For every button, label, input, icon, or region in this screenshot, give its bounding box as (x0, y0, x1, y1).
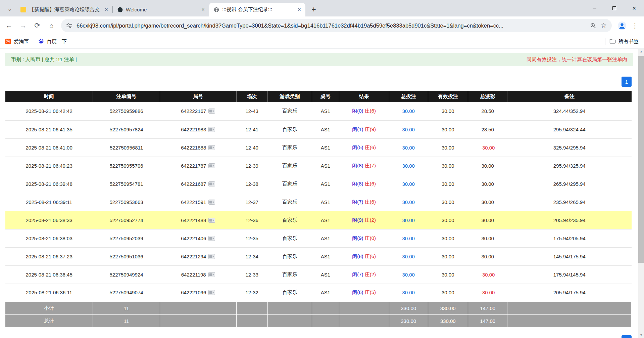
total-bet-link[interactable]: 30.00 (402, 145, 415, 151)
pagination-button-bottom[interactable]: 1 (622, 335, 632, 338)
result-player: 闲(7) (352, 199, 363, 205)
cell-result: 闲(7) 庄(6) (339, 193, 389, 211)
cell-payout: 28.50 (468, 120, 507, 138)
cell-remark: 235.94/265.94 (507, 193, 632, 211)
total-bet-link[interactable]: 30.00 (402, 236, 415, 241)
close-window-button[interactable]: ✕ (624, 0, 644, 16)
bet-record-row: 2025-08-21 06:39:11522750953663642221591… (5, 193, 632, 211)
video-replay-icon[interactable] (208, 254, 215, 259)
result-banker: 庄(7) (365, 163, 376, 168)
vertical-scrollbar[interactable]: ▲ ▼ (638, 49, 644, 338)
result-player: 闲(5) (352, 144, 363, 150)
maximize-button[interactable] (604, 0, 624, 16)
cell-payout: 30.00 (468, 193, 507, 211)
cell-result: 闲(7) 庄(2) (339, 265, 389, 284)
video-replay-icon[interactable] (208, 163, 215, 168)
video-replay-icon[interactable] (208, 200, 215, 205)
bookmark-taobao[interactable]: 淘 爱淘宝 (5, 38, 29, 45)
refresh-button[interactable]: ⟳ (31, 19, 44, 32)
column-header: 总派彩 (468, 91, 507, 102)
separator (605, 38, 605, 45)
menu-icon[interactable]: ⋮ (630, 19, 640, 32)
cell-time: 2025-08-21 06:39:11 (5, 193, 93, 211)
tab-close-icon[interactable]: ✕ (200, 6, 206, 13)
video-replay-icon[interactable] (208, 290, 215, 295)
total-bet-link[interactable]: 30.00 (402, 163, 415, 169)
result-banker: 庄(6) (365, 144, 376, 150)
bookmark-star-icon[interactable]: ☆ (600, 22, 607, 30)
bookmark-baidu[interactable]: 百度一下 (38, 38, 67, 45)
all-bookmarks-label: 所有书签 (618, 38, 639, 45)
pagination-button-1[interactable]: 1 (622, 77, 632, 87)
total-bet-link[interactable]: 30.00 (402, 181, 415, 187)
cell-remark: 205.94/235.94 (507, 211, 632, 229)
total-bet-link[interactable]: 30.00 (402, 199, 415, 205)
zoom-icon[interactable] (590, 23, 596, 29)
total-bet-link[interactable]: 30.00 (402, 108, 415, 114)
total-bet-link[interactable]: 30.00 (402, 254, 415, 259)
tab-close-icon[interactable]: ✕ (103, 6, 110, 13)
tab-forum[interactable]: 【新提醒】海燕策略论坛综合交 ✕ (16, 3, 112, 16)
cell-payout: -30.00 (468, 284, 507, 302)
close-icon: ✕ (632, 6, 636, 11)
column-header: 游戏类别 (267, 91, 312, 102)
site-settings-icon[interactable] (66, 23, 72, 29)
bet-record-row: 2025-08-21 06:38:03522750952039642221406… (5, 229, 632, 247)
cell-valid-bet: 30.00 (428, 102, 468, 120)
summary-row: 总计11330.00330.00147.00 (5, 314, 632, 327)
scroll-up-arrow-icon[interactable]: ▲ (638, 49, 644, 54)
tab-bet-records[interactable]: :::视讯 会员下注纪录::: ✕ (209, 3, 305, 16)
total-bet-link[interactable]: 30.00 (402, 272, 415, 278)
video-replay-icon[interactable] (208, 109, 215, 114)
cell-result: 闲(5) 庄(6) (339, 138, 389, 157)
result-banker: 庄(6) (365, 108, 376, 114)
total-bet-link[interactable]: 30.00 (402, 217, 415, 223)
cell-remark: 295.94/325.94 (507, 157, 632, 175)
total-bet-link[interactable]: 30.00 (402, 127, 415, 132)
result-player: 闲(8) (352, 253, 363, 259)
result-banker: 庄(2) (365, 271, 376, 277)
cell-time: 2025-08-21 06:37:23 (5, 247, 93, 265)
round-number: 642221591 (181, 199, 206, 205)
summary-label: 总计 (5, 314, 93, 327)
scroll-down-arrow-icon[interactable]: ▼ (638, 332, 644, 338)
address-bar[interactable]: 66cxkj98.com/ipl/portal.php/game/betreco… (61, 19, 612, 32)
url-text[interactable]: 66cxkj98.com/ipl/portal.php/game/betreco… (77, 23, 586, 29)
cell-total-bet: 30.00 (389, 247, 428, 265)
maximize-icon (612, 6, 616, 10)
all-bookmarks-button[interactable]: 所有书签 (609, 38, 639, 45)
column-header: 结果 (339, 91, 389, 102)
cell-bet-id: 522750956811 (93, 138, 160, 157)
minimize-button[interactable] (585, 0, 604, 16)
cell-remark: 325.94/295.94 (507, 138, 632, 157)
video-replay-icon[interactable] (208, 181, 215, 186)
cell-remark: 324.44/352.94 (507, 102, 632, 120)
round-number: 642221406 (181, 236, 206, 241)
cell-valid-bet: 30.00 (428, 211, 468, 229)
video-replay-icon[interactable] (208, 145, 215, 150)
payout-value: 30.00 (481, 181, 494, 187)
video-replay-icon[interactable] (208, 218, 215, 223)
cell-game-type: 百家乐 (267, 138, 312, 157)
forward-button[interactable]: → (17, 19, 30, 32)
back-button[interactable]: ← (3, 19, 15, 32)
total-bet-link[interactable]: 30.00 (402, 290, 415, 295)
tab-welcome[interactable]: Welcome ✕ (113, 3, 209, 16)
new-tab-button[interactable]: + (308, 4, 319, 15)
cell-table-no: AS1 (312, 102, 339, 120)
summary-total-bet: 330.00 (389, 302, 428, 314)
cell-bet-id: 522750954781 (93, 175, 160, 193)
tab-close-icon[interactable]: ✕ (296, 6, 303, 13)
cell-valid-bet: 30.00 (428, 175, 468, 193)
video-replay-icon[interactable] (208, 272, 215, 277)
profile-avatar-icon[interactable] (615, 19, 629, 32)
home-button[interactable]: ⌂ (45, 19, 58, 32)
summary-count: 11 (93, 302, 160, 314)
video-replay-icon[interactable] (208, 236, 215, 241)
video-replay-icon[interactable] (208, 127, 215, 132)
scrollbar-thumb[interactable] (638, 56, 644, 263)
cell-valid-bet: 30.00 (428, 120, 468, 138)
summary-payout: 147.00 (468, 314, 507, 327)
folder-icon (609, 38, 616, 45)
tab-search-button[interactable]: ⌄ (5, 4, 15, 14)
